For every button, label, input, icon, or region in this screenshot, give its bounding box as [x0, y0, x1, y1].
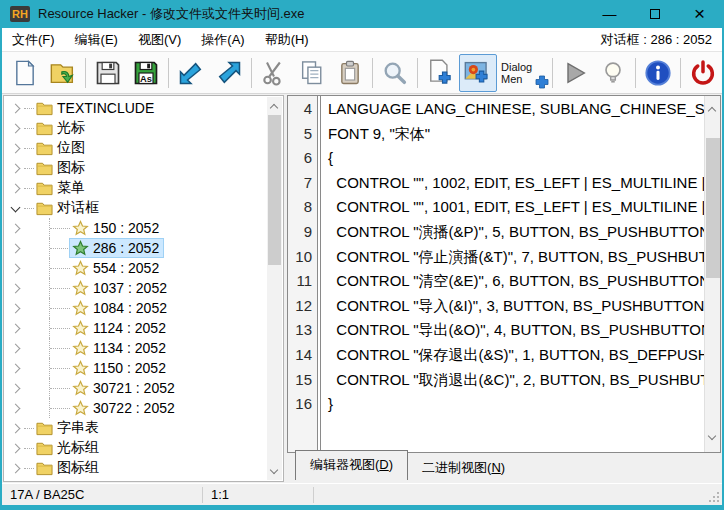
folder-icon	[36, 420, 53, 436]
scroll-down-icon[interactable]	[271, 467, 279, 475]
tree-item-label: 1037 : 2052	[93, 280, 167, 296]
tab-editor-view[interactable]: 编辑器视图(D)	[295, 450, 408, 480]
tree-item[interactable]: 光标	[6, 118, 266, 138]
tree-connector	[24, 188, 34, 189]
scroll-up-icon[interactable]	[271, 102, 279, 110]
tree-item[interactable]: 光标组	[6, 438, 266, 458]
expand-chevron-icon[interactable]	[6, 264, 24, 272]
menu-view[interactable]: 视图(V)	[128, 28, 191, 51]
maximize-button[interactable]	[632, 0, 677, 28]
folder-icon	[36, 200, 53, 216]
paste-button[interactable]	[331, 54, 369, 92]
copy-button[interactable]	[293, 54, 331, 92]
menu-action[interactable]: 操作(A)	[191, 28, 254, 51]
save-as-icon: As	[132, 59, 160, 87]
tree-item[interactable]: 字串表	[6, 418, 266, 438]
tree-item[interactable]: 1150 : 2052	[6, 358, 266, 378]
exit-button[interactable]	[684, 54, 722, 92]
expand-chevron-icon[interactable]	[6, 324, 24, 332]
folder-icon	[36, 160, 53, 176]
expand-chevron-icon[interactable]	[6, 464, 24, 472]
tree-item[interactable]: 150 : 2052	[6, 218, 266, 238]
tree-scrollbar[interactable]	[267, 97, 282, 480]
expand-chevron-icon[interactable]	[6, 404, 24, 412]
expand-chevron-icon[interactable]	[6, 224, 24, 232]
resize-grip[interactable]	[708, 491, 720, 503]
tree-item[interactable]: 菜单	[6, 178, 266, 198]
save-button[interactable]	[89, 54, 127, 92]
scrollbar-thumb[interactable]	[706, 138, 720, 278]
run-button[interactable]	[556, 54, 594, 92]
app-logo-icon: RH	[10, 6, 30, 22]
expand-chevron-icon[interactable]	[6, 424, 24, 432]
tree-item[interactable]: 1084 : 2052	[6, 298, 266, 318]
add-dialog-menu-button[interactable]: Dialog Men	[497, 54, 549, 92]
add-resource-button[interactable]	[421, 54, 459, 92]
expand-chevron-icon[interactable]	[6, 244, 24, 252]
tree-connector	[24, 428, 34, 429]
tab-binary-view[interactable]: 二进制视图(N)	[408, 455, 519, 483]
script-editor[interactable]: 45678910111213141516 LANGUAGE LANG_CHINE…	[287, 95, 721, 453]
tree-item-label: 图标组	[57, 459, 99, 477]
tree-item[interactable]: 对话框	[6, 198, 266, 218]
tree-item[interactable]: 1037 : 2052	[6, 278, 266, 298]
export-button[interactable]	[210, 54, 248, 92]
expand-chevron-icon[interactable]	[6, 364, 24, 372]
about-button[interactable]	[639, 54, 677, 92]
line-number: 6	[288, 146, 317, 171]
tree-item[interactable]: 1134 : 2052	[6, 338, 266, 358]
hint-button[interactable]	[594, 54, 632, 92]
tree-connector	[24, 448, 34, 449]
tree-item[interactable]: 图标	[6, 158, 266, 178]
tree-item[interactable]: 位图	[6, 138, 266, 158]
info-icon	[644, 59, 672, 87]
code-line: CONTROL "停止演播(&T)", 7, BUTTON, BS_PUSHBU…	[328, 245, 720, 270]
expand-chevron-icon[interactable]	[6, 304, 24, 312]
copy-icon	[298, 59, 326, 87]
open-file-button[interactable]	[44, 54, 82, 92]
code-area[interactable]: LANGUAGE LANG_CHINESE, SUBLANG_CHINESE_S…	[321, 96, 720, 452]
menu-help[interactable]: 帮助(H)	[255, 28, 319, 51]
expand-chevron-icon[interactable]	[6, 164, 24, 172]
expand-chevron-icon[interactable]	[6, 206, 24, 211]
cut-button[interactable]	[255, 54, 293, 92]
expand-chevron-icon[interactable]	[6, 344, 24, 352]
expand-chevron-icon[interactable]	[6, 284, 24, 292]
tree-item[interactable]: 286 : 2052	[6, 238, 266, 258]
minimize-button[interactable]: —	[587, 0, 632, 28]
resource-path-indicator: 对话框 : 286 : 2052	[601, 31, 722, 49]
find-button[interactable]	[376, 54, 414, 92]
menu-file[interactable]: 文件(F)	[2, 28, 65, 51]
tree-item[interactable]: 1124 : 2052	[6, 318, 266, 338]
star-icon	[72, 240, 89, 256]
add-image-button[interactable]	[459, 54, 497, 92]
search-icon	[381, 59, 409, 87]
close-button[interactable]: ×	[677, 0, 722, 28]
expand-chevron-icon[interactable]	[6, 144, 24, 152]
status-extra	[314, 484, 330, 505]
scroll-up-icon[interactable]	[709, 105, 717, 113]
tree-item-label: 对话框	[57, 199, 99, 217]
tree-item[interactable]: 30721 : 2052	[6, 378, 266, 398]
expand-chevron-icon[interactable]	[6, 124, 24, 132]
tree-item[interactable]: 554 : 2052	[6, 258, 266, 278]
expand-chevron-icon[interactable]	[6, 444, 24, 452]
save-as-button[interactable]: As	[127, 54, 165, 92]
menu-edit[interactable]: 编辑(E)	[65, 28, 128, 51]
svg-text:As: As	[140, 73, 152, 83]
expand-chevron-icon[interactable]	[6, 384, 24, 392]
code-line: CONTROL "取消退出(&C)", 2, BUTTON, BS_PUSHBU…	[328, 368, 720, 393]
scroll-down-icon[interactable]	[709, 433, 717, 441]
scrollbar-thumb[interactable]	[268, 115, 281, 265]
app-window: RH Resource Hacker - 修改文件或文件夹时间.exe — × …	[0, 0, 724, 510]
tree-item[interactable]: 30722 : 2052	[6, 398, 266, 418]
tree-item[interactable]: 图标组	[6, 458, 266, 478]
editor-scrollbar[interactable]	[704, 96, 720, 452]
tree-item[interactable]: TEXTINCLUDE	[6, 98, 266, 118]
toolbar-separator	[417, 58, 418, 88]
import-button[interactable]	[172, 54, 210, 92]
tree-item-label: 1134 : 2052	[93, 340, 166, 356]
new-file-button[interactable]	[6, 54, 44, 92]
expand-chevron-icon[interactable]	[6, 104, 24, 112]
expand-chevron-icon[interactable]	[6, 184, 24, 192]
